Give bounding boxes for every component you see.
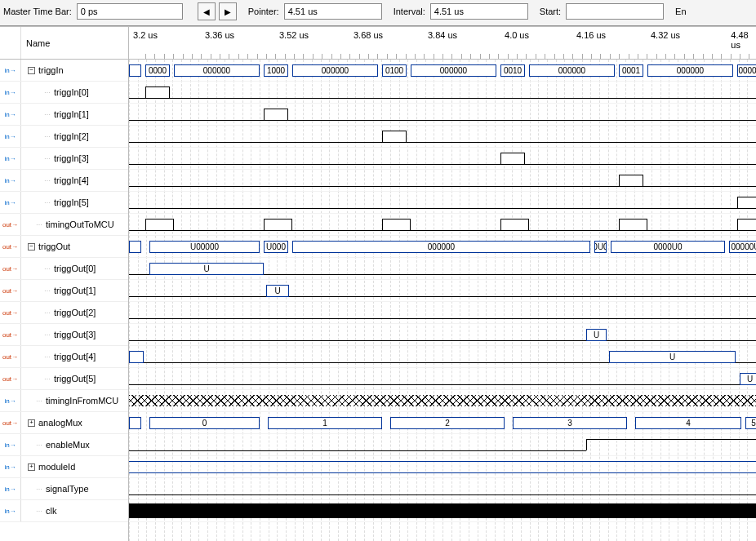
bus-segment: U — [149, 263, 264, 275]
signal-name-cell: −triggOut — [21, 242, 128, 251]
signal-row[interactable]: out→⋯triggOut[2] — [0, 302, 128, 324]
signal-name-label: triggIn[3] — [54, 153, 89, 163]
bus-segment: 000000 — [292, 64, 378, 77]
waveform-row — [129, 500, 756, 522]
signal-name-label: analogMux — [38, 418, 82, 428]
clock-dense — [129, 503, 756, 518]
pulse — [382, 131, 407, 142]
bus-segment: 000000 — [529, 64, 615, 77]
signal-name-label: triggOut[0] — [54, 264, 96, 273]
pointer-input[interactable] — [284, 3, 382, 20]
step-back-button[interactable]: ◀ — [198, 2, 216, 20]
waveform-row: 012345 — [129, 412, 756, 434]
signal-name-label: triggOut[4] — [54, 352, 96, 361]
signal-row[interactable]: out→−triggOut — [0, 236, 128, 258]
collapse-icon[interactable]: − — [28, 67, 35, 74]
ruler-tick-label: 3.68 us — [354, 30, 383, 40]
input-pin-icon: in→ — [0, 60, 21, 81]
signal-name-label: triggIn[0] — [54, 87, 89, 97]
signal-row[interactable]: out→⋯triggOut[3] — [0, 324, 128, 346]
signal-row[interactable]: in→⋯clk — [0, 500, 128, 522]
ruler-tick-label: 3.84 us — [428, 30, 457, 40]
signal-name-cell: ⋯triggOut[5] — [21, 374, 128, 384]
expand-icon[interactable]: + — [28, 419, 35, 427]
waveform-row — [129, 126, 756, 148]
signal-row[interactable]: in→+moduleId — [0, 456, 128, 478]
signal-name-cell: −triggIn — [21, 65, 128, 75]
signal-name-label: triggOut[3] — [54, 330, 96, 339]
input-pin-icon: in→ — [0, 104, 21, 125]
bus-segment: 4 — [635, 417, 741, 429]
waveform-row: U — [129, 280, 756, 302]
signal-name-label: enableMux — [46, 440, 90, 450]
waveform-row — [129, 434, 756, 456]
bus-segment: 0010 — [500, 64, 525, 77]
signal-row[interactable]: in→⋯triggIn[4] — [0, 170, 128, 192]
waveform-row: 0000000000100000000001000000000010000000… — [129, 60, 756, 82]
pulse — [619, 175, 643, 186]
signal-name-label: clk — [46, 506, 56, 516]
signal-row[interactable]: out→⋯triggOut[5] — [0, 368, 128, 390]
input-pin-icon: in→ — [0, 478, 21, 499]
signal-name-cell: ⋯triggIn[3] — [21, 153, 128, 163]
signal-row[interactable]: in→⋯enableMux — [0, 434, 128, 456]
bus-segment: 5 — [745, 417, 756, 429]
bus-segment: 000000 — [174, 64, 260, 77]
bus-segment: 0100 — [382, 64, 407, 77]
signal-row[interactable]: out→⋯triggOut[4] — [0, 346, 128, 368]
bus-segment: U00000 — [149, 241, 260, 253]
waveform-row: U — [129, 258, 756, 280]
ruler-tick-label: 4.48 us — [731, 30, 748, 50]
waveform-row — [129, 478, 756, 500]
output-pin-icon: out→ — [0, 412, 21, 433]
signal-list-header: Name — [0, 27, 128, 60]
signal-row[interactable]: in→⋯timingInFromMCU — [0, 390, 128, 412]
bus-segment: 00000U — [729, 241, 756, 253]
signal-row[interactable]: in→−triggIn — [0, 60, 128, 82]
output-pin-icon: out→ — [0, 324, 21, 345]
start-input[interactable] — [566, 3, 664, 20]
bus-segment: 0000U0 — [611, 241, 725, 253]
waveform-area[interactable]: 0000000000100000000001000000000010000000… — [129, 60, 756, 541]
bus-segment: 1 — [268, 417, 382, 429]
pulse — [264, 219, 292, 230]
bus-segment: 0 — [149, 417, 260, 429]
waveform-row: U00000U0000000000U00000U000000U — [129, 236, 756, 258]
step-forward-button[interactable]: ▶ — [219, 2, 237, 20]
expand-icon[interactable]: + — [28, 463, 35, 471]
time-ruler[interactable]: 3.2 us3.36 us3.52 us3.68 us3.84 us4.0 us… — [129, 27, 756, 60]
signal-row[interactable]: in→⋯triggIn[5] — [0, 192, 128, 214]
signal-name-label: triggOut[5] — [54, 374, 96, 384]
signal-name-cell: ⋯timingOutToMCU — [21, 220, 128, 229]
signal-row[interactable]: out→⋯timingOutToMCU — [0, 214, 128, 236]
signal-name-cell: ⋯triggIn[4] — [21, 175, 128, 185]
interval-input[interactable] — [430, 3, 528, 20]
ruler-tick-label: 3.2 us — [133, 30, 158, 40]
bus-segment: U — [586, 329, 607, 341]
pulse — [264, 109, 288, 120]
output-pin-icon: out→ — [0, 214, 21, 235]
signal-name-label: triggIn[5] — [54, 197, 89, 207]
waveform-row — [129, 170, 756, 192]
bus-segment — [129, 64, 141, 77]
master-time-input[interactable] — [77, 3, 183, 20]
signal-row[interactable]: out→⋯triggOut[1] — [0, 280, 128, 302]
bus-segment: 1000 — [264, 64, 288, 77]
signal-name-cell: ⋯triggOut[2] — [21, 308, 128, 317]
bus-segment: U — [266, 285, 289, 297]
signal-row[interactable]: in→⋯signalType — [0, 478, 128, 500]
input-pin-icon: in→ — [0, 126, 21, 147]
triangle-right-icon: ▶ — [225, 7, 231, 16]
triangle-left-icon: ◀ — [203, 7, 210, 16]
signal-row[interactable]: in→⋯triggIn[0] — [0, 82, 128, 104]
signal-row[interactable]: in→⋯triggIn[1] — [0, 104, 128, 126]
signal-row[interactable]: out→+analogMux — [0, 412, 128, 434]
bus-segment: U000 — [264, 241, 288, 253]
collapse-icon[interactable]: − — [28, 243, 35, 251]
signal-row[interactable]: in→⋯triggIn[2] — [0, 126, 128, 148]
bus-segment: 0U0 — [594, 241, 607, 253]
signal-row[interactable]: in→⋯triggIn[3] — [0, 148, 128, 170]
bus-segment: 0001 — [619, 64, 643, 77]
signal-row[interactable]: out→⋯triggOut[0] — [0, 258, 128, 280]
icon-column-header — [0, 27, 21, 59]
